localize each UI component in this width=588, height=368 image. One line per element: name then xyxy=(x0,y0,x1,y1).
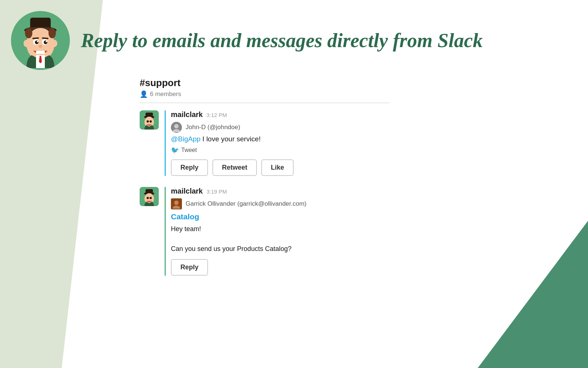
svg-point-16 xyxy=(46,41,47,42)
members-count: 6 members xyxy=(150,91,181,98)
slack-container: #support 👤 6 members xyxy=(140,77,390,287)
email-source: Garrick Ollivander (garrick@ollivander.c… xyxy=(171,198,390,209)
message-2-body: mailclark 3:19 PM Garrick Ollivander (ga… xyxy=(165,187,390,276)
svg-point-8 xyxy=(49,28,56,38)
message-1-header: mailclark 3:12 PM xyxy=(171,110,390,119)
email-subject: Catalog xyxy=(171,212,390,221)
svg-point-36 xyxy=(174,201,179,205)
message-2-header: mailclark 3:19 PM xyxy=(171,187,390,195)
svg-point-14 xyxy=(44,40,47,44)
twitter-icon: 🐦 xyxy=(171,146,179,154)
tweet-text: @BigApp I love your service! xyxy=(171,135,390,143)
svg-point-6 xyxy=(51,40,57,47)
page-title: Reply to emails and messages directly fr… xyxy=(81,29,483,52)
source-user-name: John-D (@johndoe) xyxy=(186,124,240,131)
svg-point-25 xyxy=(147,120,149,123)
message-1-body: mailclark 3:12 PM John-D (@johndoe) xyxy=(165,110,390,176)
email-sender-avatar xyxy=(171,198,182,209)
like-button[interactable]: Like xyxy=(261,159,294,176)
email-body: Hey team! Can you send us your Products … xyxy=(171,224,390,254)
message-1-time: 3:12 PM xyxy=(207,112,227,118)
svg-point-13 xyxy=(35,40,39,44)
email-reply-button[interactable]: Reply xyxy=(171,259,208,276)
header: Reply to emails and messages directly fr… xyxy=(0,0,588,77)
retweet-button[interactable]: Retweet xyxy=(212,159,257,176)
message-1-avatar xyxy=(140,110,159,130)
svg-point-26 xyxy=(150,120,152,123)
svg-point-5 xyxy=(24,40,29,47)
tweet-type-label: 🐦 Tweet xyxy=(171,146,390,154)
message-2: mailclark 3:19 PM Garrick Ollivander (ga… xyxy=(140,187,390,276)
svg-point-15 xyxy=(37,41,38,42)
page-content: Reply to emails and messages directly fr… xyxy=(0,0,588,368)
message-2-avatar xyxy=(140,187,159,206)
email-sender-name: Garrick Ollivander (garrick@ollivander.c… xyxy=(186,200,306,208)
channel-members: 👤 6 members xyxy=(140,90,390,98)
main-avatar xyxy=(11,11,70,70)
tweet-rest: I love your service! xyxy=(201,135,261,143)
message-2-author: mailclark xyxy=(171,187,203,195)
members-icon: 👤 xyxy=(140,90,148,98)
tweet-source: John-D (@johndoe) xyxy=(171,122,390,133)
tweet-reply-button[interactable]: Reply xyxy=(171,159,208,176)
channel-header: #support 👤 6 members xyxy=(140,77,390,103)
tweet-label: Tweet xyxy=(181,147,197,153)
email-action-buttons: Reply xyxy=(171,259,390,276)
channel-name: #support xyxy=(140,77,390,89)
tweet-mention: @BigApp xyxy=(171,135,201,143)
tweet-action-buttons: Reply Retweet Like xyxy=(171,159,390,176)
email-body-line1: Hey team! xyxy=(171,224,390,234)
message-2-time: 3:19 PM xyxy=(207,188,227,195)
svg-point-28 xyxy=(174,124,179,128)
svg-point-7 xyxy=(25,28,32,38)
message-1-author: mailclark xyxy=(171,110,203,119)
source-avatar xyxy=(171,122,182,133)
message-1: mailclark 3:12 PM John-D (@johndoe) xyxy=(140,110,390,176)
email-body-line2: Can you send us your Products Catalog? xyxy=(171,244,390,254)
svg-point-34 xyxy=(150,197,152,199)
svg-point-17 xyxy=(39,45,42,48)
svg-point-33 xyxy=(147,197,149,199)
